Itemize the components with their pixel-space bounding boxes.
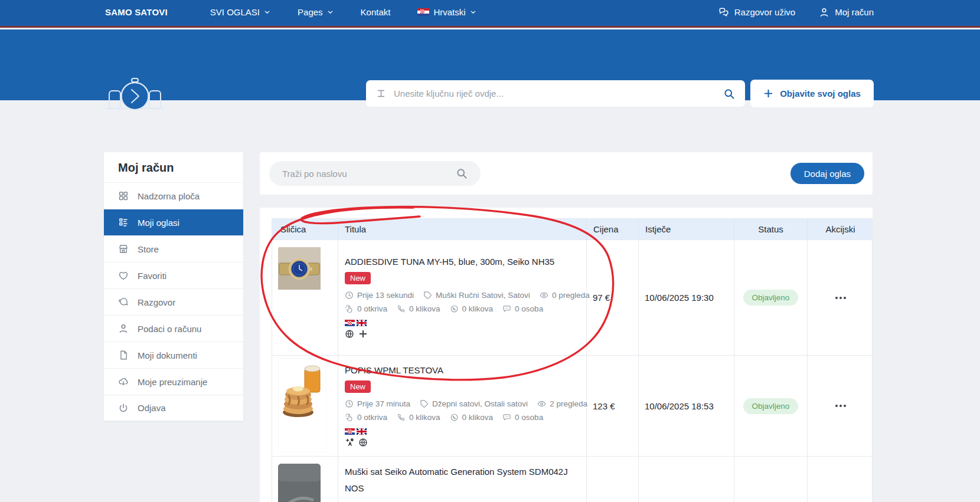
- new-badge: New: [345, 272, 371, 284]
- listing-price: 97 €: [587, 240, 639, 355]
- table-row: ADDIESDIVE TUNA MY-H5, blue, 300m, Seiko…: [272, 239, 872, 355]
- translation-flags: [345, 428, 580, 435]
- language-selector[interactable]: Hrvatski: [417, 7, 476, 17]
- sidebar-item-account-details[interactable]: Podaci o računu: [104, 315, 243, 342]
- croatia-flag-icon[interactable]: [345, 320, 355, 326]
- search-icon[interactable]: [456, 168, 468, 179]
- nav-item-pages[interactable]: Pages: [298, 7, 334, 17]
- listing-title[interactable]: Muški sat Seiko Automatic Generation Sys…: [345, 464, 572, 497]
- eye-icon: [537, 399, 546, 408]
- globe-icon[interactable]: [358, 438, 368, 447]
- keyword-icon: [376, 88, 386, 99]
- sidebar-item-logout[interactable]: Odjava: [104, 395, 243, 421]
- col-header-actions: Akcijski: [808, 219, 873, 239]
- sidebar-title: Moj račun: [104, 152, 243, 182]
- site-logo[interactable]: [104, 77, 166, 114]
- listing-thumbnail[interactable]: [278, 358, 338, 455]
- dashboard-icon: [118, 191, 129, 201]
- my-ads-icon: [118, 217, 129, 228]
- col-header-expires: Istječe: [639, 219, 734, 239]
- nav-right: Razgovor uživo Moj račun: [718, 7, 874, 18]
- row-actions-button[interactable]: [808, 240, 873, 355]
- new-badge: New: [345, 380, 371, 393]
- ads-table: Sličica Titula Cijena Istječe Status Akc…: [272, 218, 873, 502]
- ellipsis-icon: [835, 297, 838, 299]
- eye-icon: [540, 291, 548, 300]
- brand-link[interactable]: SAMO SATOVI: [105, 7, 168, 17]
- site-header: Objavite svoj oglas: [0, 29, 980, 100]
- chevron-down-icon: [264, 9, 270, 15]
- add-translation-icon[interactable]: [358, 329, 368, 339]
- listing-meta-row: Prije 13 sekundi Muški Ručni Satovi, Sat…: [345, 291, 580, 300]
- comment-icon: [502, 304, 511, 313]
- status-badge: Objavljeno: [743, 398, 799, 414]
- ads-toolbar: Dodaj oglas: [260, 152, 873, 195]
- listing-stats-row: 0 otkriva 0 klikova 0 klikova 0 osoba: [345, 304, 580, 313]
- page: SAMO SATOVI SVI OGLASI Pages Kontakt Hrv…: [0, 0, 980, 502]
- table-header-row: Sličica Titula Cijena Istječe Status Akc…: [272, 219, 872, 239]
- sidebar-item-dashboard[interactable]: Nadzorna ploča: [104, 182, 243, 209]
- listing-categories: Muški Ručni Satovi, Satovi: [436, 291, 530, 300]
- title-search-input[interactable]: [282, 169, 450, 179]
- sidebar-item-store[interactable]: Store: [104, 235, 243, 262]
- phone-icon: [397, 413, 406, 422]
- sidebar-item-favorites[interactable]: Favoriti: [104, 262, 243, 288]
- ads-table-card: Sličica Titula Cijena Istječe Status Akc…: [260, 208, 873, 502]
- ellipsis-icon: [835, 405, 838, 407]
- live-chat-link[interactable]: Razgovor uživo: [718, 7, 795, 18]
- nav-item-kontakt[interactable]: Kontakt: [361, 7, 391, 17]
- search-icon[interactable]: [723, 88, 735, 100]
- translation-actions: [345, 438, 580, 447]
- heart-icon: [118, 270, 129, 281]
- my-account-link[interactable]: Moj račun: [819, 7, 874, 18]
- listing-title[interactable]: POPIS WPML TESTOVA: [345, 365, 580, 375]
- col-header-status: Status: [734, 219, 808, 239]
- listing-thumbnail[interactable]: [278, 247, 338, 292]
- chevron-down-icon: [327, 9, 334, 15]
- listing-expiry: 10/06/2025 18:53: [639, 356, 734, 456]
- listing-price: 123 €: [587, 356, 639, 456]
- pancakes-photo: [278, 358, 326, 452]
- chat-icon: [118, 297, 129, 307]
- chevron-down-icon: [470, 9, 476, 15]
- uk-flag-icon[interactable]: [357, 320, 367, 326]
- listing-expiry: 10/06/2025 19:30: [639, 240, 734, 355]
- user-icon: [819, 7, 829, 18]
- listing-meta-row: Prije 37 minuta Džepni satovi, Ostali sa…: [345, 399, 580, 408]
- add-ad-button[interactable]: Dodaj oglas: [790, 163, 864, 184]
- status-badge: Objavljeno: [743, 290, 799, 306]
- sidebar-item-chat[interactable]: Razgovor: [104, 288, 243, 315]
- nav-item-svi-oglasi[interactable]: SVI OGLASI: [210, 7, 270, 17]
- tag-icon: [420, 399, 429, 408]
- sidebar-item-documents[interactable]: Moji dokumenti: [104, 342, 243, 368]
- croatia-flag-icon[interactable]: [345, 428, 355, 435]
- post-ad-button[interactable]: Objavite svoj oglas: [750, 80, 874, 107]
- table-row: Muški sat Seiko Automatic Generation Sys…: [272, 456, 872, 502]
- power-icon: [118, 403, 129, 414]
- globe-icon[interactable]: [345, 329, 354, 339]
- plus-icon: [763, 88, 773, 99]
- listing-title[interactable]: ADDIESDIVE TUNA MY-H5, blue, 300m, Seiko…: [345, 257, 580, 267]
- listing-categories: Džepni satovi, Ostali satovi: [432, 399, 528, 408]
- header-search-box: [366, 80, 745, 107]
- title-search-box: [269, 161, 481, 186]
- uk-flag-icon[interactable]: [357, 428, 367, 435]
- translate-icon[interactable]: [345, 438, 354, 447]
- sidebar-item-my-ads[interactable]: Moji oglasi: [104, 209, 243, 235]
- watch-photo: [278, 464, 321, 502]
- clock-icon: [345, 399, 354, 408]
- chat-bubbles-icon: [718, 7, 729, 18]
- header-search-input[interactable]: [394, 88, 716, 99]
- sidebar-item-downloads[interactable]: Moje preuzimanje: [104, 368, 243, 395]
- watch-logo-icon: [104, 77, 166, 112]
- document-icon: [118, 350, 129, 360]
- cloud-download-icon: [118, 376, 129, 387]
- hand-click-icon: [345, 304, 354, 313]
- row-actions-button[interactable]: [808, 356, 873, 456]
- store-icon: [118, 244, 129, 254]
- comment-icon: [502, 413, 511, 422]
- listing-thumbnail[interactable]: [278, 464, 338, 502]
- translation-flags: [345, 320, 580, 326]
- col-header-price: Cijena: [587, 219, 639, 239]
- col-header-thumbnail: Sličica: [272, 219, 338, 239]
